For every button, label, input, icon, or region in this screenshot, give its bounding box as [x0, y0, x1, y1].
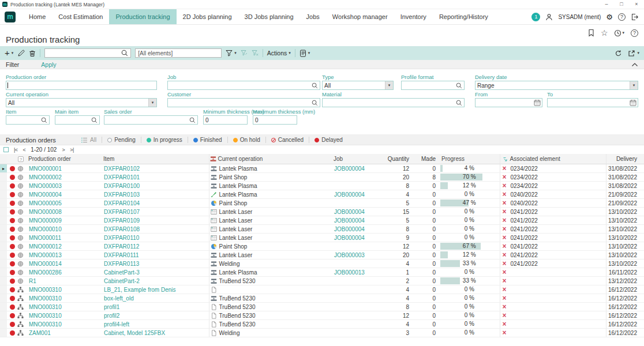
item-link[interactable]: Cabinet, Model 125FBX — [103, 329, 209, 337]
production-order-link[interactable]: MNO000310 — [28, 303, 103, 311]
production-order-link[interactable]: MNO000310 — [28, 285, 103, 294]
production-order-link[interactable]: MNO000286 — [28, 268, 103, 277]
row-selector[interactable] — [0, 277, 7, 285]
quick-search-box[interactable] — [44, 48, 131, 58]
remove-association-icon[interactable]: × — [503, 225, 511, 233]
current-operation-select[interactable]: All▾ — [6, 98, 157, 107]
legend-delayed[interactable]: Delayed — [314, 137, 343, 143]
report-document-icon[interactable]: ▾ — [299, 50, 310, 57]
job-search-input[interactable] — [167, 81, 320, 90]
item-link[interactable]: LB_21, Example from Denis — [103, 285, 209, 294]
production-order-link[interactable]: MNO000009 — [28, 216, 103, 225]
production-order-input[interactable] — [6, 81, 157, 90]
production-order-link[interactable]: MNO000003 — [28, 182, 103, 190]
remove-association-icon[interactable]: × — [503, 268, 511, 276]
menu-item-inventory[interactable]: Inventory — [394, 9, 433, 24]
col-progress[interactable]: Progress — [439, 154, 500, 164]
job-link[interactable] — [333, 242, 385, 251]
maximize-button[interactable]: □ — [614, 0, 629, 9]
help-icon[interactable]: ? — [618, 13, 626, 21]
remove-association-icon[interactable]: × — [503, 199, 511, 207]
sales-order-search-input[interactable] — [104, 115, 198, 125]
filter-funnel-icon[interactable]: ▾ — [226, 50, 237, 57]
remove-association-icon[interactable]: × — [503, 182, 511, 190]
row-selector[interactable] — [0, 242, 7, 251]
search-icon[interactable] — [456, 82, 462, 89]
job-link[interactable] — [333, 285, 385, 294]
remove-association-icon[interactable]: × — [503, 208, 511, 216]
type-select[interactable]: All▾ — [322, 81, 394, 90]
from-date-input[interactable] — [475, 98, 542, 107]
production-order-link[interactable]: MNO000013 — [28, 251, 103, 260]
item-link[interactable]: profil2 — [103, 311, 209, 320]
apply-filter-link[interactable]: Apply — [41, 61, 56, 68]
table-row[interactable]: MNO000012 DXFPAR0112 Paint Shop 12 0 67 … — [0, 242, 644, 251]
remove-association-icon[interactable]: × — [503, 277, 511, 285]
main-item-search-input[interactable] — [55, 115, 100, 125]
table-row[interactable]: MNO000013 DXFPAR0111 Lantek Laser JOB000… — [0, 251, 644, 260]
chevron-down-icon[interactable]: ▾ — [630, 81, 638, 89]
profile-format-search-input[interactable] — [401, 81, 465, 90]
table-row[interactable]: MNO000310 profil2 TruBend 5230 12 0 0 % … — [0, 311, 644, 320]
table-row[interactable]: ZAM001 Cabinet, Model 125FBX Welding 3 0… — [0, 329, 644, 337]
item-link[interactable]: DXFPAR0104 — [103, 199, 209, 208]
prev-page-icon[interactable]: < — [23, 147, 26, 153]
max-thickness-input[interactable] — [253, 115, 297, 125]
job-link[interactable]: JOB000004 — [333, 216, 385, 225]
col-current-operation[interactable]: Current operation — [209, 154, 333, 164]
table-row[interactable]: MNO000005 DXFPAR0104 Paint Shop 5 0 47 %… — [0, 199, 644, 208]
item-link[interactable]: DXFPAR0102 — [103, 164, 209, 173]
production-order-link[interactable]: MNO000012 — [28, 242, 103, 251]
production-order-link[interactable]: MNO000310 — [28, 311, 103, 320]
menu-item-workshop-manager[interactable]: Workshop manager — [326, 9, 394, 24]
row-selector[interactable] — [0, 303, 7, 311]
col-job[interactable]: Job — [333, 154, 385, 164]
remove-association-icon[interactable]: × — [503, 260, 511, 268]
table-row[interactable]: MNO000010 DXFPAR0108 Lantek Laser JOB000… — [0, 225, 644, 234]
table-row[interactable]: R1 CabinetPart-2 TruBend 5230 2 0 33 % ×… — [0, 277, 644, 285]
min-thickness-input[interactable] — [203, 115, 248, 125]
table-row[interactable]: MNO000310 box-left_old TruBend 5230 4 0 … — [0, 294, 644, 303]
job-link[interactable]: JOB000004 — [333, 190, 385, 199]
notification-badge[interactable]: 1 — [531, 13, 540, 21]
production-order-link[interactable]: MNO000002 — [28, 173, 103, 182]
table-row[interactable]: MNO000310 profil1 TruBend 5230 8 0 0 % ×… — [0, 303, 644, 311]
next-page-icon[interactable]: > — [62, 147, 65, 153]
production-order-link[interactable]: MNO000310 — [28, 320, 103, 329]
delivery-date-select[interactable]: Range▾ — [475, 81, 638, 90]
row-selector[interactable] — [0, 234, 7, 242]
column-filter-icon[interactable]: ? — [18, 156, 24, 162]
row-selector[interactable] — [0, 311, 7, 320]
legend-finished[interactable]: Finished — [193, 137, 222, 143]
job-link[interactable]: JOB000004 — [333, 208, 385, 216]
remove-association-icon[interactable]: × — [503, 303, 511, 311]
calendar-icon[interactable] — [630, 99, 636, 106]
legend-all[interactable]: All — [81, 137, 96, 143]
production-order-link[interactable]: MNO000004 — [28, 190, 103, 199]
job-link[interactable] — [333, 199, 385, 208]
item-link[interactable]: DXFPAR0100 — [103, 182, 209, 190]
favorite-star-icon[interactable]: ☆ — [601, 29, 608, 37]
job-link[interactable] — [333, 294, 385, 303]
col-item[interactable]: Item — [103, 154, 209, 164]
job-link[interactable] — [333, 173, 385, 182]
to-date-input[interactable] — [547, 98, 638, 107]
job-link[interactable] — [333, 260, 385, 268]
history-clock-icon[interactable]: ▾ — [614, 29, 624, 37]
menu-item-2d-jobs-planning[interactable]: 2D Jobs planning — [177, 9, 238, 24]
table-row[interactable]: MNO000310 profil4-left TruBend 5230 4 0 … — [0, 320, 644, 329]
material-search-input[interactable] — [322, 98, 465, 107]
row-selector[interactable] — [0, 285, 7, 294]
search-scope-dropdown[interactable]: [All elements] — [135, 48, 222, 58]
last-page-icon[interactable]: >| — [70, 147, 74, 153]
item-link[interactable]: profil4-left — [103, 320, 209, 329]
remove-association-icon[interactable]: × — [503, 164, 511, 172]
row-selector[interactable] — [0, 268, 7, 277]
job-link[interactable] — [333, 311, 385, 320]
item-link[interactable]: DXFPAR0108 — [103, 225, 209, 234]
table-row[interactable]: MNO000004 DXFPAR0103 Lantek Plasma JOB00… — [0, 190, 644, 199]
row-selector[interactable] — [0, 173, 7, 182]
row-selector[interactable] — [0, 199, 7, 208]
item-link[interactable]: DXFPAR0109 — [103, 216, 209, 225]
remove-association-icon[interactable]: × — [503, 320, 511, 328]
